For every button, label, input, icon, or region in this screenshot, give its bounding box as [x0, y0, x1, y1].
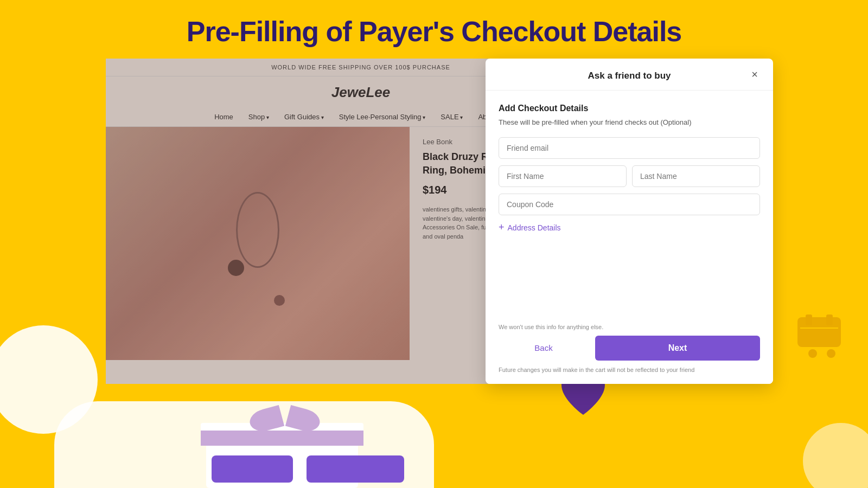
- main-area: WORLD WIDE FREE SHIPPING OVER 100$ PURCH…: [106, 59, 768, 389]
- next-button[interactable]: Next: [595, 336, 760, 361]
- nav-gift-guides[interactable]: Gift Guides: [284, 113, 324, 121]
- back-button[interactable]: Back: [499, 336, 589, 361]
- jewelry-circle2-deco: [274, 295, 285, 306]
- svg-rect-2: [826, 314, 833, 325]
- bottom-area: [0, 380, 868, 488]
- modal-footer: We won't use this info for anything else…: [486, 316, 773, 384]
- product-image: [106, 127, 410, 360]
- nav-shop[interactable]: Shop: [248, 113, 269, 121]
- svg-point-4: [827, 349, 835, 358]
- future-note: Future changes you will make in the cart…: [499, 366, 760, 374]
- section-description: These will be pre-filled when your frien…: [499, 118, 760, 127]
- jewelry-circle-deco: [228, 260, 244, 276]
- address-toggle-label: Address Details: [508, 223, 561, 232]
- ask-friend-modal: Ask a friend to buy × Add Checkout Detai…: [486, 59, 773, 384]
- modal-body: Add Checkout Details These will be pre-f…: [486, 91, 773, 255]
- modal-close-button[interactable]: ×: [747, 67, 762, 82]
- svg-point-3: [808, 349, 817, 358]
- modal-title: Ask a friend to buy: [588, 70, 671, 81]
- cart-decoration: [792, 309, 857, 363]
- coupon-code-input[interactable]: [499, 194, 760, 215]
- button-row: Back Next: [499, 336, 760, 361]
- gift-ribbon-horizontal: [201, 431, 363, 446]
- purple-button-left: [212, 455, 293, 483]
- name-row: [499, 165, 760, 187]
- nav-sale[interactable]: SALE: [441, 113, 463, 121]
- nav-home[interactable]: Home: [214, 113, 233, 121]
- svg-rect-0: [797, 317, 841, 347]
- first-name-input[interactable]: [499, 165, 627, 187]
- coupon-code-row: [499, 194, 760, 215]
- friend-email-input[interactable]: [499, 137, 760, 159]
- privacy-note: We won't use this info for anything else…: [499, 324, 760, 330]
- address-toggle[interactable]: + Address Details: [499, 222, 760, 233]
- last-name-input[interactable]: [632, 165, 760, 187]
- svg-rect-1: [806, 314, 812, 325]
- friend-email-row: [499, 137, 760, 159]
- plus-icon: +: [499, 222, 505, 233]
- page-title: Pre-Filling of Payer's Checkout Details: [0, 0, 868, 57]
- section-title: Add Checkout Details: [499, 104, 760, 113]
- shop-logo: JeweLee: [331, 84, 390, 100]
- jewelry-oval-deco: [236, 192, 279, 268]
- modal-header: Ask a friend to buy ×: [486, 59, 773, 91]
- nav-style-lee[interactable]: Style Lee·Personal Styling: [339, 113, 426, 121]
- purple-button-right: [307, 455, 404, 483]
